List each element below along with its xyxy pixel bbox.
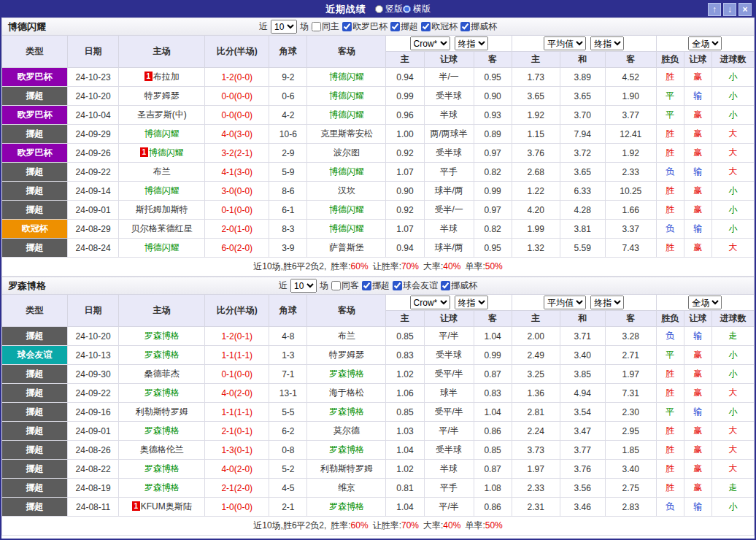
league-filter-checkbox[interactable] [390,22,400,31]
same-venue-filter[interactable]: 同主 [312,20,339,33]
scroll-up-button[interactable]: ↑ [708,3,721,16]
league-filter-0[interactable]: 挪超 [362,279,390,292]
home-team-link[interactable]: 圣吉罗斯(中) [137,109,187,120]
home-team-link[interactable]: 斯托姆加斯特 [136,204,188,215]
home-team-link[interactable]: 罗森博格 [144,350,180,360]
odds-source-select[interactable]: 全场 [688,296,722,309]
home-team-link[interactable]: 特罗姆瑟 [144,90,180,101]
home-team-link[interactable]: 罗森博格 [144,482,180,493]
home-team-link[interactable]: 贝尔格莱德红星 [131,223,193,234]
away-team-link[interactable]: 博德闪耀 [329,204,364,215]
home-team-link[interactable]: KFUM奥斯陆 [141,501,192,512]
league-badge: 欧冠杯 [2,220,68,239]
home-team-link[interactable]: 布拉加 [153,72,180,82]
layout-radio-input[interactable] [375,5,383,13]
away-team-link[interactable]: 罗森博格 [329,444,364,455]
away-team-link[interactable]: 海于格松 [329,387,364,398]
date-cell: 24-09-14 [68,182,119,201]
date-cell: 24-09-01 [68,201,119,220]
league-filter-3[interactable]: 挪威杯 [460,20,497,33]
home-team-link[interactable]: 罗森博格 [144,331,180,341]
avg-odds-cell: 3.77 [560,441,605,460]
close-icon[interactable]: × [738,3,752,16]
match-count-select[interactable]: 10 [271,20,297,34]
home-team-link[interactable]: 博德闪耀 [144,242,180,252]
result-cell: 小 [711,87,754,106]
odds-source-select[interactable]: 全场 [688,36,722,50]
same-venue-filter[interactable]: 同客 [331,279,359,292]
layout-radio-input[interactable] [403,5,411,13]
league-filter-1[interactable]: 球会友谊 [393,279,438,292]
away-team-link[interactable]: 博德闪耀 [329,109,364,120]
odds-source-select[interactable]: Crow* [410,296,450,309]
odds-source-select[interactable]: 终指 [590,296,624,309]
league-filter-checkbox[interactable] [362,281,371,290]
league-filter-checkbox[interactable] [460,22,470,31]
corners-cell: 2-1 [269,498,307,517]
league-filter-checkbox[interactable] [441,281,450,290]
col-header-corners: 角球 [269,295,307,327]
handicap-odds-cell: 平/半 [424,327,474,346]
home-team-link[interactable]: 博德闪耀 [149,147,184,158]
league-filter-checkbox[interactable] [421,22,431,31]
away-team-link[interactable]: 布兰 [338,331,355,341]
away-team-link[interactable]: 利勒斯特罗姆 [320,463,373,474]
away-team-link[interactable]: 博德闪耀 [329,72,364,82]
league-filter-2[interactable]: 挪威杯 [441,279,477,292]
home-team-link[interactable]: 布兰 [153,166,171,177]
result-cell: 负 [656,220,684,239]
away-team-link[interactable]: 特罗姆瑟 [329,350,364,360]
home-team-link[interactable]: 罗森博格 [144,387,180,398]
league-filter-1[interactable]: 挪超 [390,20,418,33]
odds-source-select[interactable]: 终指 [455,296,488,309]
away-team-link[interactable]: 汉坎 [338,185,355,196]
avg-odds-cell: 3.65 [560,87,605,106]
home-team-link[interactable]: 罗森博格 [144,463,180,474]
away-team-link[interactable]: 罗森博格 [329,369,364,379]
away-team-link[interactable]: 罗森博格 [329,406,364,417]
away-cell: 布兰 [307,327,386,346]
away-team-link[interactable]: 罗森博格 [329,501,364,512]
layout-radio-1[interactable]: 横版 [403,3,431,15]
away-team-link[interactable]: 博德闪耀 [329,223,364,234]
away-team-link[interactable]: 维京 [338,482,355,493]
same-venue-checkbox[interactable] [312,22,321,31]
layout-radio-0[interactable]: 竖版 [375,3,403,15]
league-filter-checkbox[interactable] [393,281,402,290]
home-team-link[interactable]: 博德闪耀 [144,185,180,196]
match-row: 挪超24-09-01罗森博格2-1(0-1)6-2莫尔德1.03平/半0.862… [2,422,755,441]
away-team-link[interactable]: 莫尔德 [333,425,360,436]
league-filter-checkbox[interactable] [342,22,352,31]
league-filter-0[interactable]: 欧罗巴杯 [342,20,387,33]
away-team-link[interactable]: 博德闪耀 [329,166,364,177]
match-count-select[interactable]: 10 [290,279,317,293]
away-team-link[interactable]: 萨普斯堡 [329,242,364,252]
away-team-link[interactable]: 克里斯蒂安松 [320,128,373,139]
summary-stat: 胜率:60% [331,520,368,531]
sub-column-header: 客 [605,311,656,327]
home-team-link[interactable]: 桑德菲杰 [144,369,180,379]
match-row: 欧罗巴杯24-09-261博德闪耀3-2(2-1)2-9波尔图0.92受半球0.… [2,144,755,163]
odds-source-select[interactable]: 平均值 [544,36,586,50]
home-team-link[interactable]: 利勒斯特罗姆 [136,406,188,417]
scroll-down-button[interactable]: ↓ [723,3,736,16]
avg-odds-cell: 10.25 [605,182,656,201]
avg-odds-cell: 3.54 [560,403,605,422]
away-team-link[interactable]: 博德闪耀 [329,90,364,101]
odds-source-select[interactable]: 终指 [590,36,624,50]
away-team-link[interactable]: 波尔图 [333,147,360,158]
avg-odds-cell: 3.40 [605,460,656,479]
odds-source-select[interactable]: Crow* [410,36,450,50]
odds-source-select[interactable]: 平均值 [544,296,586,309]
corners-cell: 8-3 [269,220,307,239]
result-cell: 大 [711,422,754,441]
same-venue-checkbox[interactable] [331,281,341,290]
home-team-link[interactable]: 奥德格伦兰 [140,444,184,455]
sub-column-header: 和 [560,311,605,327]
league-filter-2[interactable]: 欧冠杯 [421,20,458,33]
league-badge: 挪超 [2,403,68,422]
home-team-link[interactable]: 罗森博格 [144,425,180,436]
home-team-link[interactable]: 博德闪耀 [144,128,180,139]
result-cell: 输 [684,403,711,422]
odds-source-select[interactable]: 终指 [455,36,488,50]
